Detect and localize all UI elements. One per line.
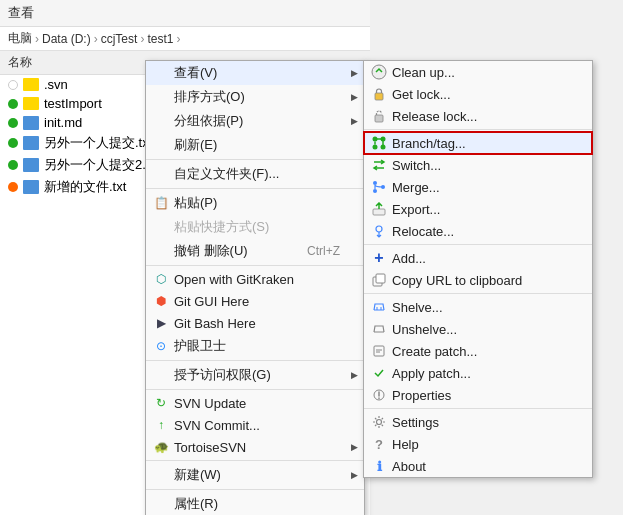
breadcrumb: 电脑 › Data (D:) › ccjTest › test1 › — [0, 27, 370, 51]
svg-rect-2 — [375, 115, 383, 122]
menu-sep-6 — [146, 460, 364, 461]
undo-shortcut: Ctrl+Z — [307, 244, 344, 258]
menu-item-gitbash[interactable]: ▶ Git Bash Here — [146, 312, 364, 334]
shelve-icon — [370, 298, 388, 316]
menu-label-about: About — [392, 459, 572, 474]
menu-sep-1 — [146, 159, 364, 160]
menu-item-grant-access[interactable]: 授予访问权限(G) — [146, 363, 364, 387]
menu-item-sort[interactable]: 排序方式(O) — [146, 85, 364, 109]
paste-icon: 📋 — [152, 194, 170, 212]
svg-point-7 — [373, 181, 377, 185]
file-name: testImport — [44, 96, 102, 111]
menu-label-properties-sub: Properties — [392, 388, 572, 403]
file-icon — [23, 136, 39, 150]
menu-label-hujian: 护眼卫士 — [174, 337, 344, 355]
menu-sep-5 — [146, 389, 364, 390]
menu-item-view[interactable]: 查看(V) — [146, 61, 364, 85]
svg-rect-14 — [374, 346, 384, 356]
menu-label-help: Help — [392, 437, 572, 452]
menu-item-help[interactable]: ? Help — [364, 433, 592, 455]
menu-item-apply-patch[interactable]: Apply patch... — [364, 362, 592, 384]
breadcrumb-test1: test1 — [147, 32, 173, 46]
sort-icon — [152, 88, 170, 106]
gitgui-icon: ⬢ — [152, 292, 170, 310]
menu-item-new[interactable]: 新建(W) — [146, 463, 364, 487]
menu-item-unshelve[interactable]: Unshelve... — [364, 318, 592, 340]
menu-item-refresh[interactable]: 刷新(E) — [146, 133, 364, 157]
menu-item-svn-commit[interactable]: ↑ SVN Commit... — [146, 414, 364, 436]
menu-label-gitkraken: Open with GitKraken — [174, 272, 344, 287]
menu-item-merge[interactable]: Merge... — [364, 176, 592, 198]
menu-sep-2 — [146, 188, 364, 189]
about-icon: ℹ — [370, 457, 388, 475]
menu-item-getlock[interactable]: Get lock... — [364, 83, 592, 105]
unshelve-icon — [370, 320, 388, 338]
paste-shortcut-icon — [152, 218, 170, 236]
properties-icon — [152, 495, 170, 513]
menu-item-about[interactable]: ℹ About — [364, 455, 592, 477]
context-menu-sub: Clean up... Get lock... Release lock... … — [363, 60, 593, 478]
menu-item-undo[interactable]: 撤销 删除(U) Ctrl+Z — [146, 239, 364, 263]
menu-item-cleanup[interactable]: Clean up... — [364, 61, 592, 83]
menu-item-relocate[interactable]: Relocate... — [364, 220, 592, 242]
menu-item-switch[interactable]: Switch... — [364, 154, 592, 176]
relocate-icon — [370, 222, 388, 240]
file-name: 新增的文件.txt — [44, 178, 126, 196]
properties-sub-icon — [370, 386, 388, 404]
menu-label-merge: Merge... — [392, 180, 572, 195]
menu-item-custom-folder[interactable]: 自定义文件夹(F)... — [146, 162, 364, 186]
menu-item-svn-update[interactable]: ↻ SVN Update — [146, 392, 364, 414]
menu-item-hujian[interactable]: ⊙ 护眼卫士 — [146, 334, 364, 358]
create-patch-icon — [370, 342, 388, 360]
menu-item-properties[interactable]: 属性(R) — [146, 492, 364, 515]
refresh-icon — [152, 136, 170, 154]
menu-label-tortoisesvn: TortoiseSVN — [174, 440, 344, 455]
menu-item-group[interactable]: 分组依据(P) — [146, 109, 364, 133]
menu-label-shelve: Shelve... — [392, 300, 572, 315]
menu-item-create-patch[interactable]: Create patch... — [364, 340, 592, 362]
menu-label-apply-patch: Apply patch... — [392, 366, 572, 381]
branch-tag-icon — [370, 134, 388, 152]
folder-icon — [23, 97, 39, 110]
menu-label-copy-url: Copy URL to clipboard — [392, 273, 572, 288]
menu-item-tortoisesvn[interactable]: 🐢 TortoiseSVN — [146, 436, 364, 458]
undo-icon — [152, 242, 170, 260]
gitbash-icon: ▶ — [152, 314, 170, 332]
file-name: .svn — [44, 77, 68, 92]
menu-label-svn-update: SVN Update — [174, 396, 344, 411]
menu-item-gitkraken[interactable]: ⬡ Open with GitKraken — [146, 268, 364, 290]
breadcrumb-sep1: › — [35, 32, 39, 46]
menu-item-add[interactable]: + Add... — [364, 247, 592, 269]
menu-item-shelve[interactable]: Shelve... — [364, 296, 592, 318]
menu-item-releaselock[interactable]: Release lock... — [364, 105, 592, 127]
hujian-icon: ⊙ — [152, 337, 170, 355]
svg-point-0 — [372, 65, 386, 79]
sub-sep-1 — [364, 129, 592, 130]
group-icon — [152, 112, 170, 130]
menu-item-gitgui[interactable]: ⬢ Git GUI Here — [146, 290, 364, 312]
svg-point-4 — [373, 145, 378, 150]
menu-sep-7 — [146, 489, 364, 490]
menu-label-getlock: Get lock... — [392, 87, 572, 102]
menu-label-custom-folder: 自定义文件夹(F)... — [174, 165, 344, 183]
svn-update-icon: ↻ — [152, 394, 170, 412]
menu-item-properties-sub[interactable]: Properties — [364, 384, 592, 406]
breadcrumb-ccjtest: ccjTest — [101, 32, 138, 46]
menu-label-paste-shortcut: 粘贴快捷方式(S) — [174, 218, 344, 236]
menu-label-view: 查看(V) — [174, 64, 344, 82]
file-badge — [8, 80, 18, 90]
menu-item-copy-url[interactable]: Copy URL to clipboard — [364, 269, 592, 291]
menu-item-settings[interactable]: Settings — [364, 411, 592, 433]
menu-item-export[interactable]: Export... — [364, 198, 592, 220]
explorer-header: 查看 — [0, 0, 370, 27]
file-icon — [23, 180, 39, 194]
menu-label-svn-commit: SVN Commit... — [174, 418, 344, 433]
menu-item-paste[interactable]: 📋 粘贴(P) — [146, 191, 364, 215]
switch-icon — [370, 156, 388, 174]
sub-sep-3 — [364, 293, 592, 294]
menu-label-switch: Switch... — [392, 158, 572, 173]
menu-sep-4 — [146, 360, 364, 361]
copy-url-icon — [370, 271, 388, 289]
menu-item-branch-tag[interactable]: Branch/tag... — [364, 132, 592, 154]
menu-label-gitbash: Git Bash Here — [174, 316, 344, 331]
